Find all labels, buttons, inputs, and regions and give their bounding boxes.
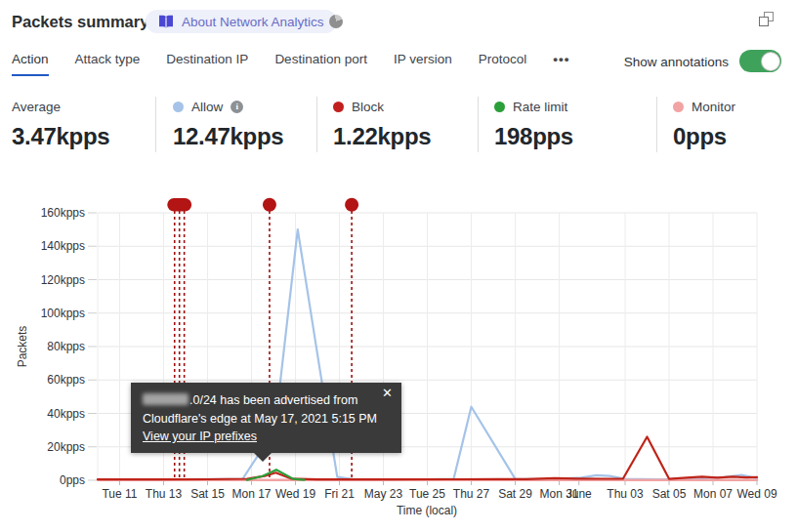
show-annotations-toggle[interactable]	[739, 50, 781, 72]
book-icon	[158, 15, 174, 28]
show-annotations-label: Show annotations	[624, 55, 729, 69]
stat-rate-limit-value: 198pps	[494, 123, 573, 150]
packets-time-series-chart: 160kpps140kpps120kpps100kpps80kpps60kpps…	[0, 190, 797, 532]
stat-divider	[656, 97, 657, 152]
stat-average-label: Average	[12, 100, 61, 114]
popout-icon[interactable]	[759, 12, 774, 26]
dimension-tabs: Action Attack type Destination IP Destin…	[12, 52, 569, 76]
stat-rate-limit-label: Rate limit	[513, 100, 567, 114]
tab-attack-type[interactable]: Attack type	[75, 52, 141, 76]
page-title: Packets summary	[12, 13, 148, 31]
view-ip-prefixes-link[interactable]: View your IP prefixes	[143, 430, 257, 443]
x-axis-tick-label: Sat 29	[498, 487, 532, 501]
block-dot	[333, 102, 344, 112]
tooltip-line1: .0/24 has been advertised from	[143, 391, 390, 410]
stat-allow: Allow i 12.47kpps	[173, 99, 283, 150]
stat-block-label: Block	[352, 100, 384, 114]
more-tabs-icon[interactable]: •••	[553, 52, 569, 76]
stat-monitor-label: Monitor	[692, 100, 735, 114]
stat-divider	[155, 97, 156, 152]
allow-dot	[173, 102, 184, 112]
x-axis-tick-label: Wed 19	[275, 487, 315, 501]
redacted-ip-prefix	[143, 393, 189, 405]
stat-allow-label: Allow	[191, 100, 223, 114]
tooltip-line2: Cloudflare's edge at May 17, 2021 5:15 P…	[143, 410, 390, 429]
annotation-marker[interactable]	[345, 198, 358, 212]
stat-average-value: 3.47kpps	[12, 123, 109, 150]
y-axis-tick-label: 140kpps	[41, 239, 85, 253]
stat-monitor: Monitor 0pps	[673, 99, 735, 150]
stat-divider	[478, 97, 479, 152]
annotation-tooltip: ✕ .0/24 has been advertised from Cloudfl…	[131, 383, 401, 453]
x-axis-tick-label: Fri 21	[324, 487, 355, 501]
tab-action[interactable]: Action	[12, 52, 49, 76]
stat-divider	[316, 97, 317, 152]
usage-pie-icon[interactable]	[329, 15, 343, 28]
y-axis-tick-label: 0pps	[60, 473, 85, 487]
tab-protocol[interactable]: Protocol	[479, 52, 527, 76]
network-analytics-panel: Packets summary About Network Analytics …	[0, 0, 797, 532]
stat-block: Block 1.22kpps	[333, 99, 431, 150]
y-axis-tick-label: 40kpps	[47, 407, 85, 421]
stat-monitor-value: 0pps	[673, 123, 735, 150]
x-axis-tick-label: Tue 11	[102, 487, 137, 501]
rate-limit-dot	[494, 102, 505, 112]
y-axis-tick-label: 80kpps	[47, 340, 85, 353]
x-axis-tick-label: Wed 09	[736, 487, 776, 501]
monitor-dot	[673, 102, 684, 112]
x-axis-tick-label: Tue 25	[409, 487, 445, 501]
y-axis-tick-label: 20kpps	[47, 440, 85, 454]
tab-ip-version[interactable]: IP version	[394, 52, 452, 76]
y-axis-tick-label: 100kpps	[41, 307, 85, 320]
y-axis-title: Packets	[16, 326, 29, 368]
toggle-knob	[761, 52, 780, 71]
x-axis-tick-label: June	[566, 487, 592, 501]
about-network-analytics-badge[interactable]: About Network Analytics	[146, 10, 337, 33]
x-axis-tick-label: Sat 15	[190, 487, 225, 501]
y-axis-tick-label: 60kpps	[47, 373, 85, 387]
badge-label: About Network Analytics	[182, 15, 324, 29]
x-axis-tick-label: Thu 03	[607, 487, 644, 501]
info-icon[interactable]: i	[231, 101, 243, 113]
stat-rate-limit: Rate limit 198pps	[494, 99, 573, 150]
x-axis-tick-label: Mon 17	[231, 487, 271, 501]
x-axis-title: Time (local)	[397, 504, 457, 517]
x-axis-tick-label: Thu 27	[453, 487, 490, 501]
x-axis-tick-label: Mon 07	[693, 487, 733, 501]
tab-destination-ip[interactable]: Destination IP	[166, 52, 248, 76]
stat-allow-value: 12.47kpps	[173, 123, 283, 150]
annotation-marker[interactable]	[263, 198, 276, 212]
x-axis-tick-label: Thu 13	[146, 487, 183, 501]
annotation-marker-cluster[interactable]	[167, 198, 191, 212]
y-axis-tick-label: 160kpps	[41, 206, 85, 220]
x-axis-tick-label: Sat 05	[652, 487, 687, 501]
stat-average: Average 3.47kpps	[12, 99, 109, 150]
y-axis-tick-label: 120kpps	[41, 273, 85, 287]
tooltip-close-icon[interactable]: ✕	[382, 387, 393, 400]
x-axis-tick-label: May 23	[364, 487, 403, 501]
tooltip-arrow	[252, 451, 273, 462]
tab-destination-port[interactable]: Destination port	[274, 52, 367, 76]
stat-block-value: 1.22kpps	[333, 123, 431, 150]
